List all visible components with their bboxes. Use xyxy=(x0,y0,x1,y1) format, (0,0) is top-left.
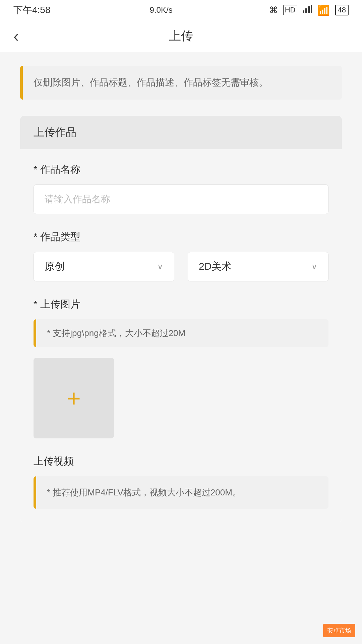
hd-badge: HD xyxy=(283,5,297,15)
artwork-name-label: * 作品名称 xyxy=(34,163,328,176)
upload-image-label: * 上传图片 xyxy=(34,298,328,311)
image-format-notice: * 支持jpg\png格式，大小不超过20M xyxy=(34,319,328,347)
section-body: * 作品名称 * 作品类型 原创 ∨ 2D美术 ∨ xyxy=(20,149,342,523)
video-format-text: * 推荐使用MP4/FLV格式，视频大小不超过200M。 xyxy=(47,487,241,497)
type-dropdown-original[interactable]: 原创 ∨ xyxy=(34,252,174,281)
back-button[interactable]: ‹ xyxy=(13,28,19,44)
page-title: 上传 xyxy=(169,28,193,44)
dropdown-row: 原创 ∨ 2D美术 ∨ xyxy=(34,252,328,281)
image-upload-area[interactable]: + xyxy=(34,358,114,438)
section-title: 上传作品 xyxy=(34,126,76,138)
type-option1-label: 原创 xyxy=(45,260,65,273)
chevron-down-icon-2: ∨ xyxy=(311,262,317,271)
watermark: 安卓市场 xyxy=(323,624,355,637)
status-time: 下午4:58 xyxy=(13,4,51,16)
artwork-name-field: * 作品名称 xyxy=(34,163,328,214)
video-format-notice: * 推荐使用MP4/FLV格式，视频大小不超过200M。 xyxy=(34,476,328,509)
section-header: 上传作品 xyxy=(20,116,342,149)
network-speed: 9.0K/s xyxy=(150,5,173,15)
artwork-type-field: * 作品类型 原创 ∨ 2D美术 ∨ xyxy=(34,230,328,281)
artwork-name-input[interactable] xyxy=(34,184,328,214)
add-image-icon: + xyxy=(67,386,81,410)
notice-text: 仅删除图片、作品标题、作品描述、作品标签无需审核。 xyxy=(34,77,268,88)
page-header: ‹ 上传 xyxy=(0,20,362,52)
upload-video-section: 上传视频 * 推荐使用MP4/FLV格式，视频大小不超过200M。 xyxy=(34,454,328,509)
image-format-text: * 支持jpg\png格式，大小不超过20M xyxy=(47,328,185,338)
notice-banner: 仅删除图片、作品标题、作品描述、作品标签无需审核。 xyxy=(20,66,342,100)
status-bar: 下午4:58 9.0K/s ⌘ HD 📶 48 xyxy=(0,0,362,20)
type-option2-label: 2D美术 xyxy=(199,260,232,273)
wifi-icon: 📶 xyxy=(317,4,330,16)
svg-rect-2 xyxy=(308,6,310,13)
main-content: 仅删除图片、作品标题、作品描述、作品标签无需审核。 上传作品 * 作品名称 * … xyxy=(0,52,362,536)
battery-icon: 48 xyxy=(335,5,349,15)
svg-rect-3 xyxy=(311,5,312,13)
artwork-type-label: * 作品类型 xyxy=(34,230,328,244)
type-dropdown-category[interactable]: 2D美术 ∨ xyxy=(188,252,328,281)
chevron-down-icon: ∨ xyxy=(157,262,163,271)
bluetooth-icon: ⌘ xyxy=(269,5,278,15)
status-icons: ⌘ HD 📶 48 xyxy=(269,4,349,16)
upload-image-field: * 上传图片 * 支持jpg\png格式，大小不超过20M + xyxy=(34,298,328,438)
upload-section-card: 上传作品 * 作品名称 * 作品类型 原创 ∨ 2D美术 ∨ xyxy=(20,116,342,523)
svg-rect-1 xyxy=(305,8,307,13)
upload-video-label: 上传视频 xyxy=(34,454,328,468)
signal-icon xyxy=(303,5,312,15)
svg-rect-0 xyxy=(303,10,304,13)
